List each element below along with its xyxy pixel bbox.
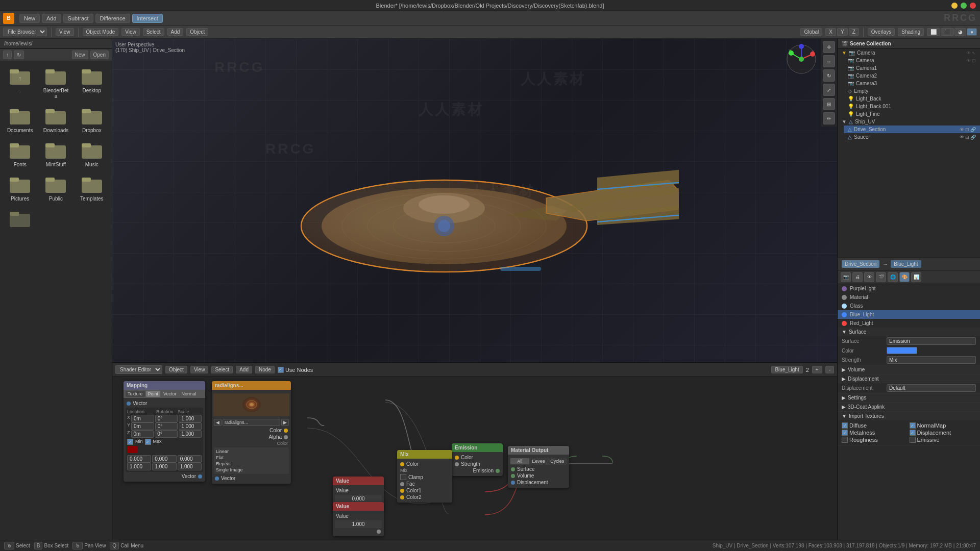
z-loc-field[interactable]: 0m	[131, 430, 154, 438]
tree-item-light-back001[interactable]: 💡 Light_Back.001	[844, 103, 980, 110]
flat-option[interactable]: Flat	[215, 455, 288, 461]
x-scale-field[interactable]: 1.000	[179, 415, 202, 422]
align-icon[interactable]: ⊡	[972, 58, 976, 63]
settings-header[interactable]: ▶ Settings	[838, 393, 980, 402]
tree-item-camera-group[interactable]: ▼ 📷 Camera 👁 ↖	[838, 49, 980, 57]
ds-vis[interactable]: 👁	[960, 127, 964, 132]
repeat-option[interactable]: Repeat	[215, 461, 288, 467]
reload-btn[interactable]: ↻	[14, 51, 24, 59]
open-file-btn[interactable]: Open	[90, 51, 109, 59]
solid-btn[interactable]: ⬛	[941, 28, 954, 36]
ds-rig[interactable]: 🔗	[970, 127, 976, 132]
min-x-field[interactable]: 0.000	[127, 455, 151, 463]
surface-section-header[interactable]: ▼ Surface	[838, 328, 980, 336]
tree-item-empty[interactable]: ◇ Empty	[844, 87, 980, 95]
list-item[interactable]: MintStuff	[40, 139, 71, 169]
coat-header[interactable]: ▶ 3D-Coat Applink	[838, 403, 980, 411]
list-item[interactable]: Desktop	[76, 65, 108, 101]
data-props-btn[interactable]: 📊	[911, 272, 921, 282]
shading-btn[interactable]: Shading	[898, 28, 924, 36]
minimize-btn[interactable]	[951, 3, 958, 9]
material-select-btn[interactable]: Blue_Light	[771, 366, 802, 373]
saucer-vis[interactable]: 👁	[960, 135, 964, 140]
tree-item-saucer[interactable]: △ Saucer 👁 ⊡ 🔗	[844, 133, 980, 141]
normalmap-cb[interactable]: ✓	[910, 422, 916, 429]
material-props-btn[interactable]: 🎨	[899, 272, 910, 282]
subtract-btn[interactable]: Subtract	[63, 14, 93, 23]
sel-icon[interactable]: ↖	[972, 51, 976, 56]
select-btn-3d[interactable]: Select	[143, 28, 164, 36]
y-rot-field[interactable]: 0°	[155, 422, 178, 430]
vis-icon2[interactable]: 👁	[966, 58, 971, 63]
node-node-btn[interactable]: Node	[255, 366, 275, 373]
new-btn[interactable]: New	[19, 14, 40, 23]
node-view-btn[interactable]: View	[190, 366, 209, 373]
list-item[interactable]: BlenderBeta	[40, 65, 71, 101]
cycles-tab[interactable]: Cycles	[548, 458, 567, 464]
node-select-btn[interactable]: Select	[211, 366, 233, 373]
list-item[interactable]: Pictures	[4, 173, 36, 204]
displacement-header[interactable]: ▶ Displacement	[838, 374, 980, 383]
view-btn-2[interactable]: View	[56, 28, 74, 36]
window-controls[interactable]	[951, 3, 976, 9]
single-image-option[interactable]: Single Image	[215, 467, 288, 473]
cursor-tool-btn[interactable]: ✛	[823, 41, 835, 53]
x-loc-field[interactable]: 0m	[131, 415, 154, 422]
texture-next-btn[interactable]: ▶	[281, 419, 289, 426]
z-rot-field[interactable]: 0°	[155, 430, 178, 438]
node-object-btn[interactable]: Object	[165, 366, 187, 373]
difference-btn[interactable]: Difference	[95, 14, 130, 23]
render-props-btn[interactable]: 📷	[841, 272, 851, 282]
material-btn[interactable]: ◕	[954, 28, 966, 36]
tab-vector[interactable]: Vector	[161, 391, 179, 397]
list-item[interactable]	[4, 208, 36, 232]
wireframe-btn[interactable]: ⬜	[927, 28, 940, 36]
tree-item-camera1[interactable]: 📷 Camera 👁 ⊡	[844, 57, 980, 64]
list-item[interactable]: Templates	[76, 173, 108, 204]
world-props-btn[interactable]: 🌐	[888, 272, 898, 282]
list-item[interactable]: Downloads	[40, 105, 71, 135]
move-tool-btn[interactable]: ↔	[823, 55, 835, 67]
list-item[interactable]: ↑ .	[4, 65, 36, 101]
val2-number[interactable]: 1.000	[335, 520, 382, 528]
add-btn[interactable]: Add	[42, 14, 61, 23]
tab-texture[interactable]: Texture	[126, 391, 145, 397]
texture-prev-btn[interactable]: ◀	[214, 419, 222, 426]
strength-value[interactable]: Mix	[887, 356, 976, 364]
material-item-blue-light[interactable]: Blue_Light	[838, 310, 980, 319]
roughness-cb[interactable]	[842, 437, 848, 443]
all-tab[interactable]: All	[510, 458, 529, 464]
x-rot-field[interactable]: 0°	[155, 415, 178, 422]
use-nodes-toggle[interactable]: ✓ Use Nodes	[278, 367, 313, 373]
transform-tool-btn[interactable]: ⊞	[823, 98, 835, 110]
material-item-purple[interactable]: PurpleLight	[838, 284, 980, 293]
tree-item-camera4[interactable]: 📷 Camera3	[844, 80, 980, 87]
clamp-cb[interactable]	[400, 474, 406, 480]
max-cb[interactable]: ✓	[145, 439, 151, 445]
max-y-field[interactable]: 1.000	[152, 463, 176, 470]
material-item-material[interactable]: Material	[838, 293, 980, 302]
node-zoom-out[interactable]: -	[825, 366, 834, 373]
import-textures-header[interactable]: ▼ Import Textures	[838, 412, 980, 420]
list-item[interactable]: Music	[76, 139, 108, 169]
intersect-btn[interactable]: Intersect	[132, 14, 163, 23]
viewport-3d[interactable]: RRCG 人人素材 RRCG 人人素材 人人素材 User Perspectiv…	[112, 39, 837, 362]
z-axis-btn[interactable]: Z	[849, 28, 859, 36]
editor-type-select[interactable]: File Browser	[3, 28, 47, 36]
val1-number[interactable]: 0.000	[335, 495, 382, 503]
vis-icon[interactable]: 👁	[966, 51, 971, 56]
tab-point[interactable]: Point	[146, 391, 161, 397]
rotate-tool-btn[interactable]: ↻	[823, 69, 835, 82]
list-item[interactable]: Dropbox	[76, 105, 108, 135]
surface-type-value[interactable]: Emission	[887, 337, 976, 345]
min-z-field[interactable]: 0.000	[178, 455, 202, 463]
y-axis-btn[interactable]: Y	[837, 28, 848, 36]
max-x-field[interactable]: 1.000	[127, 463, 151, 470]
parent-dir-btn[interactable]: ↑	[3, 51, 12, 59]
color-swatch[interactable]	[887, 347, 917, 354]
saucer-link[interactable]: 🔗	[970, 135, 976, 140]
node-add-btn[interactable]: Add	[236, 366, 252, 373]
emissive-cb[interactable]	[910, 437, 916, 443]
min-y-field[interactable]: 0.000	[152, 455, 176, 463]
new-folder-btn[interactable]: New	[72, 51, 88, 59]
